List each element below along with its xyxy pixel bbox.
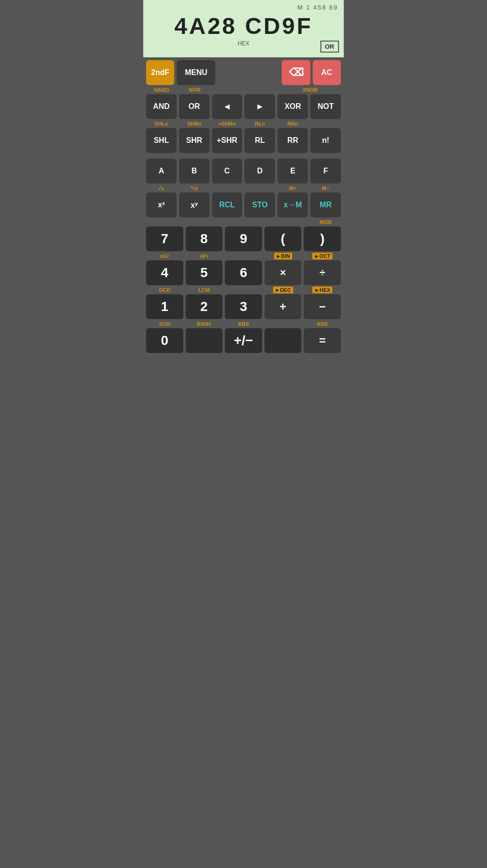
lbl-mplus: M+ — [277, 184, 308, 192]
equals-button[interactable]: = — [304, 328, 341, 353]
lbl-npr: nPr — [186, 252, 223, 260]
minus-button[interactable]: − — [304, 294, 341, 319]
3-button[interactable]: 3 — [225, 294, 262, 319]
or-btn[interactable]: OR — [179, 94, 210, 119]
menu-button[interactable]: MENU — [177, 60, 215, 85]
xtom-button[interactable]: x→M — [277, 193, 308, 217]
empty-btn2 — [265, 328, 302, 353]
right-arrow-button[interactable]: ► — [244, 94, 275, 119]
6-button[interactable]: 6 — [225, 260, 262, 285]
row-0: 2ndF MENU ⌫ AC — [146, 60, 341, 85]
lbl-nor: NOR — [180, 86, 211, 94]
multiply-button[interactable]: × — [265, 260, 302, 285]
labels-sgn-row: SGN RAN# ABS ANS — [146, 320, 341, 328]
display-mode: HEX — [149, 40, 338, 47]
labels-shl-row: SHLn SHRn +SHRn RLn RRn — [146, 120, 341, 128]
row-7: 1 2 3 + − — [146, 294, 341, 319]
sto-button[interactable]: STO — [244, 193, 275, 217]
labels-sqrt-row: √x ⁴√y M+ M− — [146, 184, 341, 192]
lbl-mminus: M− — [310, 184, 341, 192]
display-value: 4A28 CD9F — [149, 13, 338, 39]
lbl-xnor: XNOR — [279, 86, 341, 94]
divide-button[interactable]: ÷ — [304, 260, 341, 285]
not-button[interactable]: NOT — [310, 94, 341, 119]
8-button[interactable]: 8 — [186, 226, 223, 251]
labels-ncr-row: nCr nPr ►BIN ►OCT — [146, 252, 341, 260]
c-button[interactable]: C — [212, 159, 243, 183]
lbl-ncr: nCr — [146, 252, 183, 260]
row-6: 4 5 6 × ÷ — [146, 260, 341, 285]
rparen-button[interactable]: ) — [304, 226, 341, 251]
lbl-rrn: RRn — [277, 120, 308, 128]
1-button[interactable]: 1 — [146, 294, 183, 319]
lbl-pshrn: +SHRn — [212, 120, 243, 128]
xsq-button[interactable]: x² — [146, 193, 177, 217]
7-button[interactable]: 7 — [146, 226, 183, 251]
mr-button[interactable]: MR — [310, 193, 341, 217]
backspace-button[interactable]: ⌫ — [282, 60, 310, 85]
d-button[interactable]: D — [244, 159, 275, 183]
plusminus-button[interactable]: +/− — [225, 328, 262, 353]
f-button[interactable]: F — [310, 159, 341, 183]
xy-button[interactable]: xʸ — [179, 193, 210, 217]
shl-button[interactable]: SHL — [146, 128, 177, 153]
lbl-ans: ANS — [304, 320, 341, 328]
row-2: SHL SHR +SHR RL RR n! — [146, 128, 341, 153]
e-button[interactable]: E — [277, 159, 308, 183]
xor-button[interactable]: XOR — [277, 94, 308, 119]
2ndf-button[interactable]: 2ndF — [146, 60, 174, 85]
button-area: 2ndF MENU ⌫ AC NAND NOR XNOR AND OR ◄ ► … — [143, 57, 344, 357]
5-button[interactable]: 5 — [186, 260, 223, 285]
lbl-hex: ►HEX — [312, 287, 332, 293]
rcl-button[interactable]: RCL — [212, 193, 243, 217]
row-1: AND OR ◄ ► XOR NOT — [146, 94, 341, 119]
labels-gcd-row: GCD LCM ►DEC ►HEX — [146, 286, 341, 294]
lbl-4rty: ⁴√y — [179, 184, 210, 192]
left-arrow-button[interactable]: ◄ — [212, 94, 243, 119]
lbl-dec: ►DEC — [273, 287, 293, 293]
display: M 1 458 89 4A28 CD9F HEX OR — [143, 0, 344, 57]
calculator: M 1 458 89 4A28 CD9F HEX OR 2ndF MENU ⌫ … — [143, 0, 344, 357]
row-5: 7 8 9 ( ) — [146, 226, 341, 251]
or-button[interactable]: OR — [320, 41, 339, 53]
labels-nand-row: NAND NOR XNOR — [146, 86, 341, 94]
lbl-abs: ABS — [225, 320, 262, 328]
row-3: A B C D E F — [146, 159, 341, 183]
lbl-rln: RLn — [244, 120, 275, 128]
row-4: x² xʸ RCL STO x→M MR — [146, 193, 341, 217]
b-button[interactable]: B — [179, 159, 210, 183]
lbl-shln: SHLn — [146, 120, 177, 128]
lbl-mod: MOD — [310, 218, 341, 226]
lbl-sgn: SGN — [146, 320, 183, 328]
lbl-bin: ►BIN — [274, 253, 292, 259]
lbl-ran: RAN# — [186, 320, 223, 328]
and-button[interactable]: AND — [146, 94, 177, 119]
4-button[interactable]: 4 — [146, 260, 183, 285]
shr-button[interactable]: SHR — [179, 128, 210, 153]
row-8: 0 +/− = — [146, 328, 341, 353]
display-status: M 1 458 89 — [149, 4, 338, 11]
rl-button[interactable]: RL — [244, 128, 275, 153]
lbl-lcm: LCM — [186, 286, 223, 294]
a-button[interactable]: A — [146, 159, 177, 183]
lbl-nand: NAND — [146, 86, 177, 94]
labels-mod-row: MOD — [146, 218, 341, 226]
2-button[interactable]: 2 — [186, 294, 223, 319]
lbl-shrn: SHRn — [179, 120, 210, 128]
lbl-sqrtx: √x — [146, 184, 177, 192]
pshr-button[interactable]: +SHR — [212, 128, 243, 153]
0-button[interactable]: 0 — [146, 328, 183, 353]
lparen-button[interactable]: ( — [265, 226, 302, 251]
ac-button[interactable]: AC — [313, 60, 341, 85]
lbl-gcd: GCD — [146, 286, 183, 294]
lbl-oct: ►OCT — [312, 253, 332, 259]
9-button[interactable]: 9 — [225, 226, 262, 251]
rr-button[interactable]: RR — [277, 128, 308, 153]
nfact-button[interactable]: n! — [310, 128, 341, 153]
plus-button[interactable]: + — [265, 294, 302, 319]
empty-btn1 — [186, 328, 223, 353]
